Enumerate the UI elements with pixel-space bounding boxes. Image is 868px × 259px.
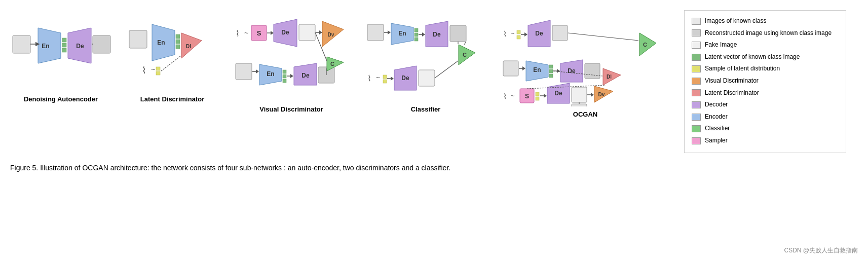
legend-box: Images of known class Reconstructed imag… [684, 10, 846, 153]
legend-label-classifier: Classifier [705, 123, 730, 134]
svg-marker-109 [603, 68, 621, 85]
svg-text:En: En [157, 39, 165, 46]
legend-swatch-visual-disc [692, 78, 701, 85]
svg-rect-122 [572, 87, 587, 102]
svg-marker-53 [327, 57, 344, 71]
svg-rect-86 [517, 30, 520, 34]
visual-discriminator-label: Visual Discriminator [259, 105, 323, 113]
svg-marker-94 [639, 33, 656, 56]
legend-label-latent-disc: Latent Discriminator [705, 88, 759, 99]
svg-text:⌇: ⌇ [503, 92, 507, 100]
legend-swatch-classifier [692, 125, 701, 132]
svg-text:De: De [535, 30, 543, 37]
svg-text:De: De [554, 90, 562, 97]
svg-text:De: De [281, 29, 289, 36]
svg-text:De: De [568, 67, 576, 75]
legend-label-latent-vector: Latent vector of known class image [705, 52, 800, 63]
svg-marker-30 [271, 31, 274, 35]
svg-marker-119 [544, 94, 547, 98]
legend-label-reconstructed: Reconstructed image using known class im… [705, 28, 832, 39]
svg-rect-57 [367, 24, 384, 41]
legend-item-latent-sample: Sample of latent distribution [692, 63, 839, 75]
svg-marker-35 [319, 30, 322, 34]
legend-item-latent-vector: Latent vector of known class image [692, 52, 839, 63]
legend-swatch-fake [692, 42, 701, 49]
svg-rect-96 [503, 61, 518, 76]
svg-rect-103 [549, 74, 553, 78]
svg-rect-63 [414, 33, 418, 36]
legend-swatch-sampler [692, 137, 701, 144]
svg-marker-98 [522, 66, 525, 70]
legend-swatch-known-class [692, 18, 701, 25]
legend-item-latent-disc: Latent Discriminator [692, 88, 839, 99]
svg-rect-64 [414, 38, 418, 41]
svg-rect-45 [283, 79, 286, 83]
ocgan-label: OCGAN [573, 110, 597, 118]
svg-marker-18 [181, 33, 202, 58]
legend-swatch-latent-disc [692, 89, 701, 96]
classifier-block: En De ⌇ ~ De [365, 10, 486, 113]
legend-item-encoder: Encoder [692, 112, 839, 123]
legend-label-known-class: Images of known class [705, 16, 766, 27]
svg-rect-38 [236, 63, 252, 80]
latent-discriminator-label: Latent Discriminator [140, 95, 204, 103]
latent-discriminator-svg: En Dl ⌇ ~ [127, 10, 218, 91]
svg-text:~: ~ [244, 29, 248, 37]
svg-rect-101 [549, 65, 553, 68]
legend-label-sampler: Sampler [705, 135, 728, 146]
svg-rect-102 [549, 69, 553, 73]
svg-marker-40 [256, 69, 259, 73]
svg-marker-124 [591, 93, 594, 97]
svg-rect-12 [129, 30, 147, 48]
svg-text:En: En [398, 30, 406, 37]
svg-marker-59 [388, 30, 391, 34]
denoising-autoencoder-label: Denoising Autoencoder [24, 95, 98, 103]
svg-rect-117 [536, 97, 539, 100]
svg-rect-22 [156, 67, 160, 70]
legend-item-classifier: Classifier [692, 123, 839, 134]
svg-text:De: De [301, 72, 310, 79]
classifier-svg: En De ⌇ ~ De [365, 10, 486, 101]
svg-text:⌇: ⌇ [503, 29, 507, 38]
svg-rect-3 [62, 38, 66, 42]
svg-rect-23 [156, 71, 160, 75]
svg-rect-69 [450, 25, 466, 42]
legend-label-encoder: Encoder [705, 112, 728, 123]
svg-text:Dv: Dv [328, 32, 334, 38]
legend-label-decoder: Decoder [705, 99, 728, 110]
svg-text:Dl: Dl [186, 44, 191, 49]
svg-line-83 [464, 42, 466, 45]
svg-marker-66 [422, 32, 425, 36]
watermark: CSDN @失败人生自救指南 [784, 246, 858, 255]
denoising-autoencoder-block: En De Denoising Au [10, 10, 111, 103]
svg-rect-72 [383, 75, 387, 79]
denoising-autoencoder-svg: En De [10, 10, 111, 91]
svg-rect-127 [572, 104, 587, 106]
legend-item-known-class: Images of known class [692, 16, 839, 27]
legend-label-visual-disc: Visual Discriminator [705, 76, 759, 87]
svg-marker-79 [459, 45, 475, 65]
svg-text:~: ~ [511, 92, 515, 99]
svg-marker-51 [334, 46, 344, 53]
main-container: En De Denoising Au [0, 0, 868, 259]
svg-text:~: ~ [511, 29, 515, 37]
svg-marker-47 [290, 74, 293, 78]
svg-text:Dl: Dl [607, 74, 612, 80]
svg-line-93 [568, 33, 638, 41]
svg-rect-108 [585, 63, 600, 79]
svg-rect-15 [176, 34, 180, 39]
svg-text:Dv: Dv [598, 92, 605, 97]
legend-label-latent-sample: Sample of latent distribution [705, 63, 780, 75]
svg-marker-105 [557, 69, 560, 73]
svg-rect-8 [93, 35, 110, 53]
svg-text:⌇: ⌇ [142, 65, 146, 76]
legend-swatch-decoder [692, 101, 701, 108]
svg-text:De: De [76, 43, 84, 50]
classifier-label: Classifier [411, 105, 441, 113]
latent-discriminator-block: En Dl ⌇ ~ Latent Discriminator [127, 10, 218, 103]
legend-item-visual-disc: Visual Discriminator [692, 76, 839, 87]
svg-rect-33 [299, 24, 315, 41]
legend-label-fake: Fake Image [705, 40, 737, 51]
svg-text:En: En [42, 43, 49, 50]
svg-rect-16 [176, 40, 180, 44]
